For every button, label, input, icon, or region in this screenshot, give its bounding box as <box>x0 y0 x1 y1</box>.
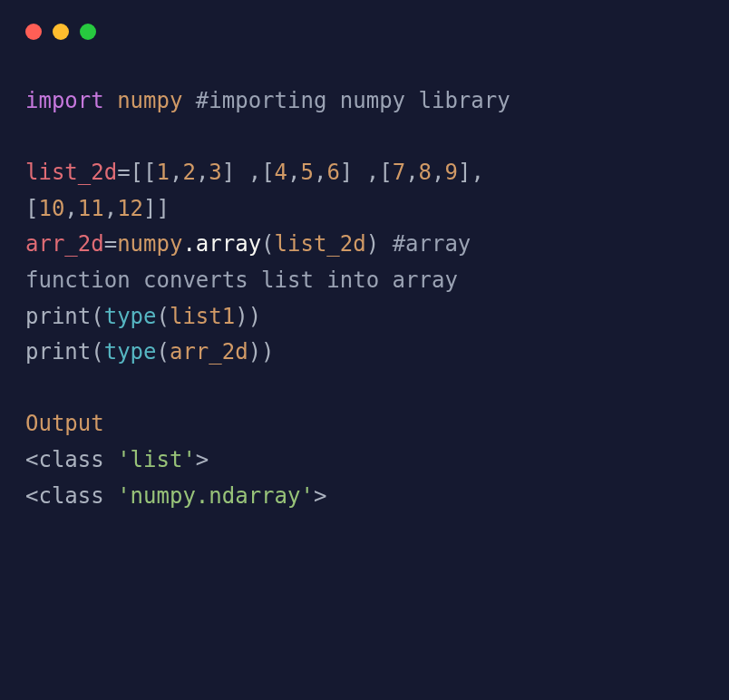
space <box>379 231 392 257</box>
bracket: ( <box>91 339 103 365</box>
bracket: )) <box>248 339 275 365</box>
variable-arr-2d: arr_2d <box>25 231 104 257</box>
minimize-icon[interactable] <box>53 24 69 40</box>
comma: , <box>104 196 117 221</box>
bracket: ]] <box>143 196 170 221</box>
output-close: > <box>314 483 326 509</box>
comma: , <box>366 160 379 185</box>
bracket: ( <box>261 231 274 257</box>
number: 11 <box>78 196 104 221</box>
comma: , <box>196 160 209 185</box>
arg-arr-2d: arr_2d <box>170 339 248 365</box>
dot: . <box>182 231 195 257</box>
bracket: ) <box>366 231 379 257</box>
space <box>104 483 117 509</box>
space <box>182 88 195 113</box>
bracket: )) <box>235 304 261 329</box>
close-icon[interactable] <box>25 24 42 40</box>
builtin-type: type <box>104 339 157 365</box>
output-type-str: 'numpy.ndarray' <box>117 483 314 509</box>
variable-list-2d: list_2d <box>25 160 117 185</box>
func-print: print <box>25 304 91 329</box>
comma: , <box>314 160 326 185</box>
space <box>104 447 117 472</box>
keyword-import: import <box>25 88 104 113</box>
output-label: Output <box>25 411 104 436</box>
space <box>235 160 248 185</box>
bracket: [ <box>379 160 392 185</box>
bracket: ] <box>340 160 353 185</box>
bracket: ] <box>458 160 471 185</box>
number: 7 <box>393 160 405 185</box>
number: 1 <box>157 160 170 185</box>
number: 10 <box>38 196 64 221</box>
output-class: class <box>38 447 103 472</box>
output-type-str: 'list' <box>117 447 196 472</box>
output-class: class <box>38 483 103 509</box>
comma: , <box>64 196 77 221</box>
operator-eq: = <box>104 231 117 257</box>
bracket: [ <box>25 196 38 221</box>
bracket: ( <box>157 304 170 329</box>
number: 8 <box>419 160 432 185</box>
module-numpy: numpy <box>117 231 182 257</box>
bracket: [ <box>261 160 274 185</box>
number: 4 <box>275 160 287 185</box>
comment: #array <box>393 231 484 257</box>
func-print: print <box>25 339 91 365</box>
bracket: ( <box>91 304 103 329</box>
comma: , <box>287 160 300 185</box>
comment: function converts list into array <box>25 267 458 293</box>
number: 6 <box>326 160 339 185</box>
comma: , <box>432 160 444 185</box>
space <box>104 88 117 113</box>
comma: , <box>471 160 483 185</box>
bracket: ] <box>222 160 235 185</box>
code-block: import numpy #importing numpy library li… <box>0 40 729 540</box>
module-numpy: numpy <box>117 88 182 113</box>
output-line: < <box>25 447 38 472</box>
comma: , <box>405 160 418 185</box>
number: 12 <box>117 196 143 221</box>
number: 5 <box>301 160 314 185</box>
window-controls <box>0 0 729 40</box>
comma: , <box>170 160 182 185</box>
number: 2 <box>182 160 195 185</box>
arg-list-2d: list_2d <box>275 231 366 257</box>
bracket: ( <box>157 339 170 365</box>
number: 3 <box>209 160 221 185</box>
operator-eq: = <box>117 160 130 185</box>
func-array: array <box>196 231 261 257</box>
builtin-type: type <box>104 304 157 329</box>
output-close: > <box>196 447 209 472</box>
space <box>353 160 365 185</box>
comment: #importing numpy library <box>196 88 510 113</box>
bracket: [[ <box>131 160 157 185</box>
output-line: < <box>25 483 38 509</box>
comma: , <box>248 160 261 185</box>
maximize-icon[interactable] <box>80 24 96 40</box>
arg-list1: list1 <box>170 304 235 329</box>
number: 9 <box>444 160 457 185</box>
